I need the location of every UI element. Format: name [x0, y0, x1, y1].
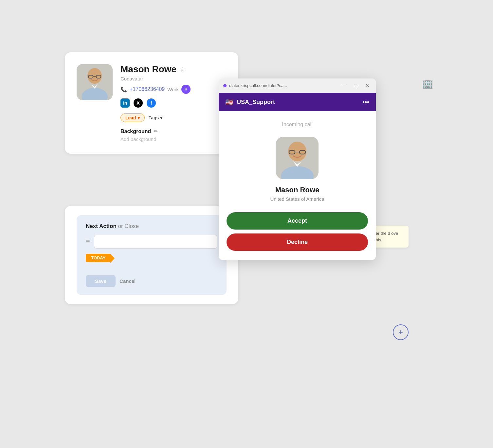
close-button[interactable]: ✕	[363, 82, 371, 89]
url-area: dialer.krispcall.com/dialer?ca...	[223, 83, 339, 88]
contact-card-bottom: Next Action or Close Next Action or Clos…	[65, 206, 238, 304]
dialer-options-button[interactable]: •••	[362, 98, 369, 106]
caller-avatar	[276, 137, 319, 179]
twitter-icon[interactable]: X	[134, 98, 143, 108]
tags-button[interactable]: Tags ▾	[149, 115, 163, 120]
contact-details: Mason Rowe ☆ Codavatar 📞 +17066236409 Wo…	[120, 64, 227, 142]
tags-dropdown-icon: ▾	[160, 115, 162, 120]
lead-label: Lead	[125, 115, 136, 120]
lead-dropdown-icon: ▾	[137, 115, 140, 120]
phone-number[interactable]: +17066236409	[130, 86, 165, 92]
flag-icon: 🇺🇸	[225, 98, 233, 106]
minimize-button[interactable]: —	[339, 82, 348, 89]
incoming-call-label: Incoming call	[282, 122, 312, 128]
action-input[interactable]	[94, 235, 217, 249]
edit-background-icon[interactable]: ✏	[154, 129, 158, 134]
dialer-popup: dialer.krispcall.com/dialer?ca... — □ ✕ …	[219, 78, 376, 260]
channel-info: 🇺🇸 USA_Support	[225, 98, 275, 106]
background-label: Background	[120, 129, 151, 134]
add-background-button[interactable]: Add background	[120, 136, 227, 142]
dialer-titlebar: dialer.krispcall.com/dialer?ca... — □ ✕	[219, 78, 376, 93]
linkedin-icon[interactable]: in	[120, 98, 130, 108]
contact-avatar	[77, 64, 113, 100]
today-badge: TODAY	[86, 254, 111, 262]
phone-icon: 📞	[120, 86, 127, 93]
action-input-row: ≡	[86, 235, 217, 249]
facebook-icon[interactable]: f	[147, 98, 156, 108]
phone-row: 📞 +17066236409 Work K	[120, 85, 227, 94]
browser-logo-dot	[223, 84, 227, 87]
building-icon: 🏢	[422, 78, 433, 89]
action-title-text: Next Action	[86, 223, 117, 229]
svg-point-8	[288, 142, 306, 161]
social-icons-row: in X f	[120, 98, 227, 108]
background-section: Background ✏ Add background	[120, 129, 227, 142]
cancel-button[interactable]: Cancel	[119, 275, 136, 287]
sidebar-right: 🏢	[420, 78, 435, 89]
decline-button[interactable]: Decline	[227, 233, 368, 251]
company-name: Codavatar	[120, 76, 227, 81]
browser-url: dialer.krispcall.com/dialer?ca...	[229, 83, 287, 88]
channel-name: USA_Support	[237, 99, 275, 106]
maximize-button[interactable]: □	[352, 82, 359, 89]
next-action-section: Next Action or Close Next Action or Clos…	[77, 215, 227, 295]
dialer-header: 🇺🇸 USA_Support •••	[219, 93, 376, 111]
contact-name: Mason Rowe	[120, 64, 176, 75]
accept-button[interactable]: Accept	[227, 212, 368, 230]
caller-name: Mason Rowe	[275, 186, 319, 194]
contact-card-top: Mason Rowe ☆ Codavatar 📞 +17066236409 Wo…	[65, 52, 238, 154]
tags-row: Lead ▾ Tags ▾	[120, 113, 227, 122]
list-icon: ≡	[86, 237, 90, 246]
favorite-icon[interactable]: ☆	[180, 65, 186, 73]
add-button[interactable]: +	[393, 324, 409, 340]
save-button[interactable]: Save	[86, 275, 116, 287]
titlebar-controls: — □ ✕	[339, 82, 371, 89]
or-close-text: or Close	[118, 223, 139, 229]
phone-type: Work	[167, 87, 179, 92]
caller-country: United States of America	[270, 196, 324, 202]
lead-badge[interactable]: Lead ▾	[120, 113, 145, 122]
svg-point-1	[87, 68, 102, 84]
action-buttons: Save Cancel	[86, 275, 217, 287]
integrations-icon[interactable]: K	[181, 85, 191, 94]
note-text: ter the d ove this	[374, 231, 398, 242]
dialer-body: Incoming call Mason Rowe United Sta	[219, 111, 376, 260]
